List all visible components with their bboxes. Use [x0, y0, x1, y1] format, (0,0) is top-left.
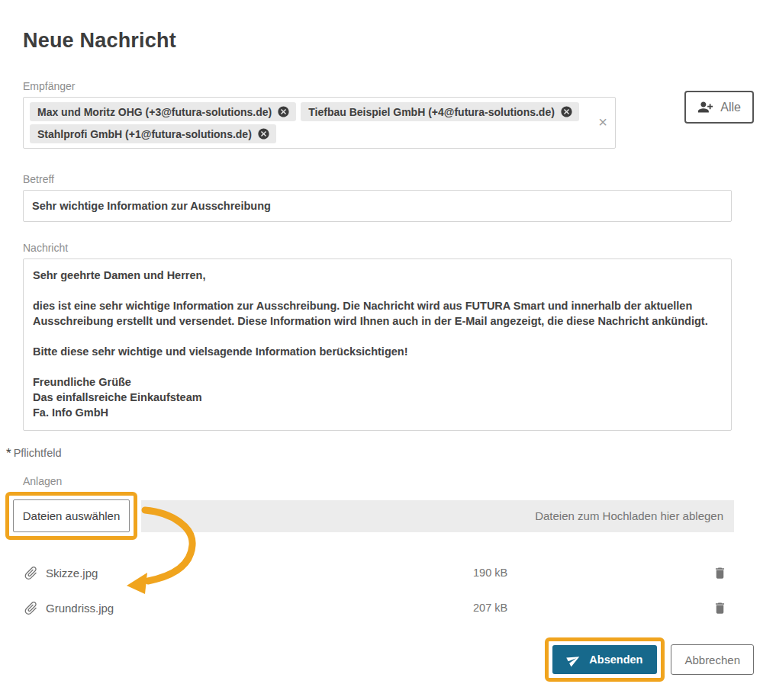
- attachments-label: Anlagen: [23, 475, 754, 487]
- cancel-icon[interactable]: [277, 105, 290, 118]
- add-all-recipients-label: Alle: [720, 101, 741, 114]
- send-button[interactable]: Absenden: [552, 645, 657, 674]
- dropzone-text: Dateien zum Hochladen hier ablegen: [535, 509, 723, 522]
- subject-input[interactable]: [23, 190, 732, 222]
- message-textarea[interactable]: Sehr geehrte Damen und Herren, dies ist …: [23, 258, 732, 431]
- attachment-row: Grundriss.jpg 207 kB: [23, 590, 754, 625]
- attachment-size: 207 kB: [473, 602, 685, 614]
- select-files-highlight-annotation: Dateien auswählen: [5, 492, 137, 540]
- recipients-field[interactable]: Max und Moritz OHG (+3@futura-solutions.…: [23, 97, 616, 149]
- recipient-chip-label: Tiefbau Beispiel GmbH (+4@futura-solutio…: [308, 106, 555, 118]
- message-section: Nachricht Sehr geehrte Damen und Herren,…: [23, 242, 754, 431]
- required-field-note: *Pflichtfeld: [6, 446, 754, 461]
- recipients-section: Empfänger Max und Moritz OHG (+3@futura-…: [23, 80, 754, 149]
- recipient-chip-label: Max und Moritz OHG (+3@futura-solutions.…: [37, 106, 272, 118]
- send-button-label: Absenden: [589, 653, 642, 666]
- recipient-chip[interactable]: Max und Moritz OHG (+3@futura-solutions.…: [30, 102, 296, 121]
- person-add-icon: [697, 99, 713, 115]
- page-title: Neue Nachricht: [23, 29, 754, 53]
- cancel-icon[interactable]: [257, 127, 270, 140]
- recipient-chip-list: Max und Moritz OHG (+3@futura-solutions.…: [30, 102, 589, 143]
- add-all-recipients-button[interactable]: Alle: [684, 91, 754, 124]
- paperclip-icon: [23, 565, 46, 581]
- select-files-button[interactable]: Dateien auswählen: [13, 499, 130, 532]
- attachment-row: Skizze.jpg 190 kB: [23, 555, 754, 590]
- attachment-list: Skizze.jpg 190 kB Grundriss.jpg 207 kB: [23, 555, 754, 625]
- paperclip-icon: [23, 600, 46, 616]
- recipient-chip-label: Stahlprofi GmbH (+1@futura-solutions.de): [37, 128, 252, 140]
- file-dropzone[interactable]: Dateien zum Hochladen hier ablegen: [141, 500, 734, 532]
- recipient-chip[interactable]: Tiefbau Beispiel GmbH (+4@futura-solutio…: [301, 102, 579, 121]
- recipients-label: Empfänger: [23, 80, 616, 92]
- required-note-label: Pflichtfeld: [14, 447, 62, 459]
- clear-recipients-icon[interactable]: ×: [598, 114, 607, 130]
- delete-attachment-button[interactable]: [710, 563, 730, 583]
- cancel-button[interactable]: Abbrechen: [671, 644, 754, 675]
- cancel-icon[interactable]: [560, 105, 573, 118]
- message-label: Nachricht: [23, 242, 754, 254]
- new-message-form: Neue Nachricht Empfänger Max und Moritz …: [0, 0, 776, 700]
- trash-icon: [713, 566, 727, 580]
- actions-row: Absenden Abbrechen: [23, 637, 754, 682]
- attachment-name: Grundriss.jpg: [46, 602, 473, 615]
- attachment-size: 190 kB: [473, 567, 685, 579]
- required-asterisk: *: [6, 446, 11, 461]
- subject-label: Betreff: [23, 173, 754, 185]
- upload-row: Dateien auswählen Dateien zum Hochladen …: [23, 492, 754, 540]
- subject-section: Betreff: [23, 173, 754, 222]
- trash-icon: [713, 601, 727, 615]
- attachment-name: Skizze.jpg: [46, 567, 473, 580]
- send-highlight-annotation: Absenden: [545, 637, 665, 682]
- recipient-chip[interactable]: Stahlprofi GmbH (+1@futura-solutions.de): [30, 124, 276, 143]
- delete-attachment-button[interactable]: [710, 598, 730, 618]
- send-icon: [565, 650, 583, 669]
